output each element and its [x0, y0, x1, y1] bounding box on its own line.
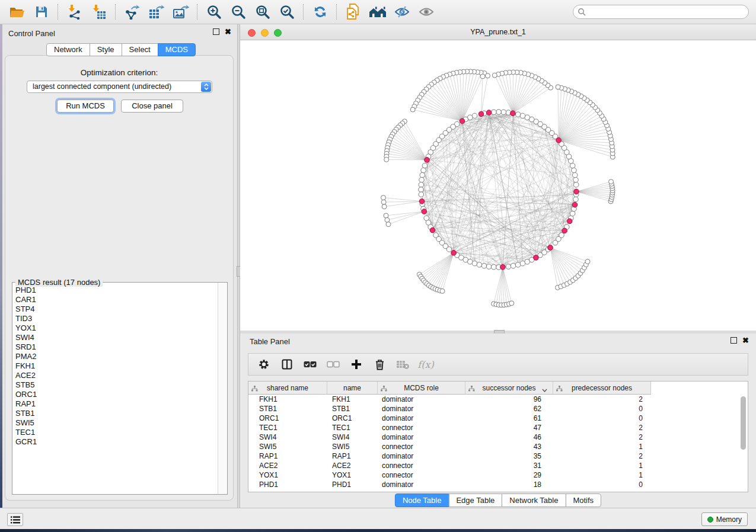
- graph-node[interactable]: [384, 157, 389, 162]
- graph-node[interactable]: [381, 196, 386, 200]
- graph-node-selected[interactable]: [451, 251, 457, 256]
- graph-node[interactable]: [585, 259, 590, 264]
- network-view-canvas[interactable]: [240, 40, 756, 331]
- close-panel-icon[interactable]: ✖: [225, 28, 231, 35]
- graph-node[interactable]: [573, 182, 579, 188]
- first-neighbors-button[interactable]: [365, 2, 390, 22]
- mcds-result-item[interactable]: PMA2: [15, 352, 218, 361]
- deselect-all-button[interactable]: [326, 357, 340, 372]
- mcds-result-item[interactable]: STB5: [15, 380, 218, 390]
- cell-predecessor_nodes[interactable]: 2: [553, 423, 651, 432]
- graph-node-selected[interactable]: [486, 110, 492, 116]
- cell-successor_nodes[interactable]: 96: [465, 395, 553, 404]
- new-network-from-selection-button[interactable]: [341, 2, 365, 22]
- zoom-out-button[interactable]: [226, 2, 250, 22]
- cell-name[interactable]: STB1: [327, 404, 378, 414]
- graph-node[interactable]: [573, 177, 579, 182]
- cell-name[interactable]: TEC1: [327, 423, 378, 432]
- delete-column-button[interactable]: [372, 357, 387, 372]
- cell-name[interactable]: SWI4: [327, 432, 378, 442]
- cell-predecessor_nodes[interactable]: 1: [553, 442, 651, 451]
- graph-node[interactable]: [382, 204, 387, 209]
- cell-predecessor_nodes[interactable]: 2: [553, 395, 651, 404]
- column-header-predecessor-nodes[interactable]: predecessor nodes: [553, 382, 651, 395]
- mcds-result-item[interactable]: SRD1: [15, 342, 218, 352]
- cell-shared_name[interactable]: TEC1: [248, 423, 327, 432]
- graph-node[interactable]: [419, 182, 424, 188]
- column-header-shared-name[interactable]: shared name: [248, 382, 327, 395]
- tab-motifs[interactable]: Motifs: [565, 493, 601, 507]
- cell-mcds_role[interactable]: connector: [378, 461, 465, 470]
- task-history-button[interactable]: [7, 513, 23, 526]
- cell-name[interactable]: YOX1: [327, 470, 378, 480]
- cell-predecessor_nodes[interactable]: 0: [553, 404, 651, 414]
- cell-shared_name[interactable]: SWI4: [248, 432, 327, 442]
- graph-node-selected[interactable]: [534, 255, 539, 261]
- cell-mcds_role[interactable]: dominator: [378, 432, 465, 442]
- mcds-result-item[interactable]: PHD1: [15, 286, 218, 295]
- cell-shared_name[interactable]: SWI5: [248, 442, 327, 451]
- graph-node[interactable]: [381, 200, 386, 204]
- graph-node[interactable]: [486, 73, 490, 78]
- table-row[interactable]: TEC1TEC1connector472: [248, 423, 748, 432]
- graph-node-selected[interactable]: [422, 209, 427, 214]
- mcds-result-item[interactable]: ACE2: [15, 371, 218, 380]
- cell-name[interactable]: ACE2: [327, 461, 378, 470]
- cell-mcds_role[interactable]: connector: [378, 442, 465, 451]
- memory-button[interactable]: Memory: [701, 512, 748, 526]
- graph-node[interactable]: [515, 112, 521, 117]
- table-row[interactable]: PHD1PHD1dominator180: [248, 480, 748, 489]
- cell-predecessor_nodes[interactable]: 1: [553, 461, 651, 470]
- cell-predecessor_nodes[interactable]: 0: [553, 414, 651, 423]
- cell-mcds_role[interactable]: dominator: [378, 414, 465, 423]
- mcds-result-item[interactable]: FKH1: [15, 361, 218, 371]
- close-panel-button[interactable]: Close panel: [121, 100, 183, 113]
- table-settings-button[interactable]: [257, 357, 271, 372]
- graph-node[interactable]: [492, 110, 497, 115]
- cell-mcds_role[interactable]: dominator: [378, 451, 465, 461]
- tab-node-table[interactable]: Node Table: [395, 493, 449, 507]
- graph-node[interactable]: [410, 107, 415, 112]
- cell-name[interactable]: PHD1: [327, 480, 378, 489]
- graph-node[interactable]: [509, 301, 514, 306]
- mcds-result-item[interactable]: SWI4: [15, 333, 218, 342]
- table-scrollbar-thumb[interactable]: [741, 396, 746, 450]
- graph-node-selected[interactable]: [511, 111, 516, 116]
- create-column-button[interactable]: [349, 357, 363, 372]
- graph-node[interactable]: [472, 261, 477, 266]
- show-columns-button[interactable]: [280, 357, 294, 372]
- tab-network[interactable]: Network: [46, 43, 90, 56]
- graph-node[interactable]: [572, 172, 578, 178]
- import-table-button[interactable]: [87, 2, 111, 22]
- cell-name[interactable]: RAP1: [327, 451, 378, 461]
- refresh-button[interactable]: [308, 2, 332, 22]
- graph-node[interactable]: [556, 85, 560, 89]
- save-session-button[interactable]: [29, 2, 53, 22]
- float-panel-icon[interactable]: [213, 28, 219, 35]
- column-header-MCDS-role[interactable]: MCDS role: [378, 382, 465, 395]
- graph-node[interactable]: [572, 168, 577, 173]
- graph-node-selected[interactable]: [419, 199, 425, 204]
- run-mcds-button[interactable]: Run MCDS: [57, 100, 114, 113]
- tab-style[interactable]: Style: [90, 43, 122, 56]
- graph-node[interactable]: [511, 263, 516, 268]
- cell-shared_name[interactable]: RAP1: [248, 451, 327, 461]
- cell-mcds_role[interactable]: connector: [378, 423, 465, 432]
- cell-predecessor_nodes[interactable]: 1: [553, 470, 651, 480]
- graph-node-selected[interactable]: [479, 111, 484, 117]
- criterion-dropdown[interactable]: largest connected component (undirected): [27, 81, 212, 93]
- table-row[interactable]: YOX1YOX1connector291: [248, 470, 748, 480]
- graph-node[interactable]: [421, 168, 426, 173]
- graph-node[interactable]: [492, 73, 497, 78]
- graph-node[interactable]: [501, 110, 506, 115]
- graph-node[interactable]: [486, 264, 492, 270]
- graph-node[interactable]: [419, 177, 425, 182]
- zoom-selected-button[interactable]: [275, 2, 299, 22]
- graph-node[interactable]: [496, 110, 502, 115]
- graph-node[interactable]: [480, 74, 485, 79]
- table-row[interactable]: STB1STB1dominator620: [248, 404, 748, 414]
- cell-name[interactable]: SWI5: [327, 442, 378, 451]
- graph-node[interactable]: [422, 163, 428, 168]
- graph-node[interactable]: [386, 222, 391, 227]
- cell-shared_name[interactable]: YOX1: [248, 470, 327, 480]
